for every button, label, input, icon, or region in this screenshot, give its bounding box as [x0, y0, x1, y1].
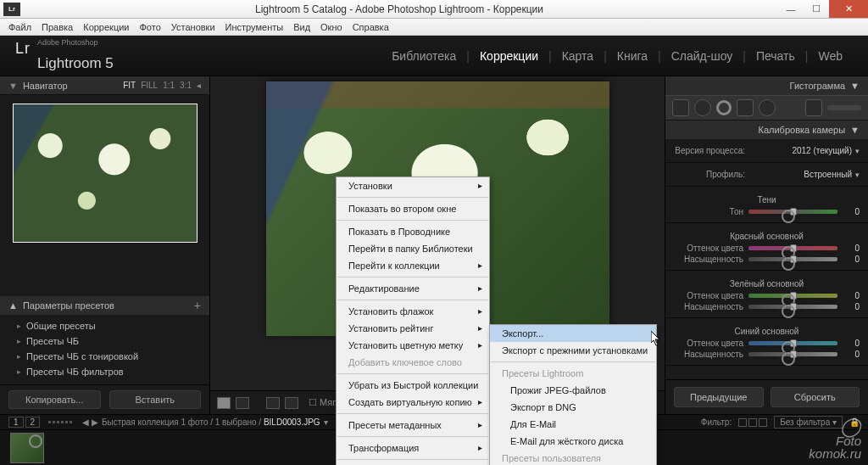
- menu-item[interactable]: Экспорт в DNG: [490, 399, 656, 416]
- paste-button[interactable]: Вставить: [109, 390, 202, 409]
- preset-folder[interactable]: Пресеты ЧБ: [0, 333, 209, 349]
- menu-item[interactable]: Экспорт с прежними установками: [490, 342, 656, 359]
- preset-folder[interactable]: Пресеты ЧБ с тонировкой: [0, 349, 209, 364]
- menu-item[interactable]: Пресеты метаданных▸: [337, 417, 489, 434]
- loupe-view-icon[interactable]: [217, 397, 231, 409]
- menu-item[interactable]: Показать во втором окне: [337, 200, 489, 217]
- filmstrip-thumbnail[interactable]: [10, 433, 44, 463]
- menu-item: Пресеты Lightroom: [490, 365, 656, 382]
- menu-установки[interactable]: Установки: [166, 22, 220, 32]
- menu-инструменты[interactable]: Инструменты: [220, 22, 289, 32]
- menu-файл[interactable]: Файл: [3, 22, 36, 32]
- minimize-button[interactable]: —: [778, 0, 804, 18]
- disclosure-triangle-icon: ▼: [8, 81, 18, 91]
- preset-folder[interactable]: Общие пресеты: [0, 318, 209, 333]
- camera-calibration-header[interactable]: Калибровка камеры ▼: [665, 120, 868, 139]
- menu-item[interactable]: Трансформация▸: [337, 440, 489, 457]
- navigator-preview[interactable]: [13, 104, 198, 243]
- menu-правка[interactable]: Правка: [36, 22, 78, 32]
- module-2[interactable]: Карта: [552, 49, 604, 63]
- compare-view-icon[interactable]: [236, 397, 249, 409]
- menu-item[interactable]: Перейти в папку Библиотеки: [337, 240, 489, 257]
- adjustment-brush-icon[interactable]: [805, 99, 822, 116]
- flag-filter-icons[interactable]: [738, 418, 767, 427]
- spot-removal-icon[interactable]: [694, 99, 711, 116]
- add-preset-icon[interactable]: +: [194, 299, 201, 312]
- menu-item[interactable]: E-Mail для жёсткого диска: [490, 433, 656, 450]
- menu-item[interactable]: Установки▸: [337, 177, 489, 194]
- close-button[interactable]: ✕: [829, 0, 868, 18]
- navigator-zoom-options[interactable]: FITFILL1:13:1◂: [123, 81, 201, 90]
- filter-lock-icon[interactable]: 🔒: [849, 417, 860, 427]
- copy-button[interactable]: Копировать...: [8, 390, 101, 409]
- menu-справка[interactable]: Справка: [348, 22, 394, 32]
- redeye-tool-icon[interactable]: [716, 100, 732, 115]
- menu-item: Добавить ключевое слово: [337, 354, 489, 371]
- red-hue-slider[interactable]: Оттенок цвета0: [674, 243, 860, 254]
- menu-вид[interactable]: Вид: [288, 22, 315, 32]
- app-logo: Lr Adobe Photoshop Lightroom 5: [15, 40, 114, 72]
- export-submenu[interactable]: Экспорт...Экспорт с прежними установками…: [489, 324, 657, 465]
- crop-tool-icon[interactable]: [672, 99, 689, 116]
- red-sat-slider[interactable]: Насыщенность0: [674, 254, 860, 265]
- blue-primary-subhead: Синий основной: [674, 323, 860, 338]
- brush-size-slider[interactable]: [827, 105, 861, 110]
- module-1[interactable]: Коррекции: [470, 49, 548, 63]
- filter-dropdown[interactable]: Без фильтра ▾: [774, 416, 843, 429]
- menu-item[interactable]: Экспорт...: [490, 325, 656, 342]
- menu-item[interactable]: Убрать из Быстрой коллекции: [337, 377, 489, 394]
- profile-row[interactable]: Профиль:Встроенный▾: [674, 168, 860, 181]
- menu-item[interactable]: Установить рейтинг▸: [337, 320, 489, 337]
- menu-item[interactable]: Редактирование▸: [337, 280, 489, 297]
- green-hue-slider[interactable]: Оттенок цвета0: [674, 290, 860, 301]
- presets-panel-header[interactable]: ▲ Параметры пресетов +: [0, 296, 209, 315]
- menu-item[interactable]: Перейти к коллекции▸: [337, 257, 489, 274]
- before-after-split-icon[interactable]: [285, 397, 298, 409]
- collection-name: Быстрая коллекция: [102, 417, 179, 427]
- maximize-button[interactable]: ☐: [804, 0, 829, 18]
- blue-sat-slider[interactable]: Насыщенность0: [674, 349, 860, 360]
- red-primary-subhead: Красный основной: [674, 228, 860, 243]
- module-6[interactable]: Web: [808, 49, 853, 63]
- reset-button[interactable]: Сбросить: [771, 387, 860, 407]
- radial-filter-icon[interactable]: [759, 99, 776, 116]
- histogram-panel-header[interactable]: Гистограмма ▼: [665, 76, 868, 95]
- module-3[interactable]: Книга: [607, 49, 658, 63]
- context-menu[interactable]: Установки▸Показать во втором окнеПоказат…: [336, 176, 490, 465]
- window-titlebar: Lr Lightroom 5 Catalog - Adobe Photoshop…: [0, 0, 868, 19]
- menu-item: Пресеты пользователя: [490, 450, 656, 465]
- menu-коррекции[interactable]: Коррекции: [78, 22, 134, 32]
- photo-count: 1 фото /: [181, 417, 214, 427]
- menu-item[interactable]: Показать в Проводнике: [337, 223, 489, 240]
- zoom-FILL[interactable]: FILL: [141, 81, 158, 90]
- zoom-more-icon[interactable]: ◂: [197, 81, 201, 90]
- menu-item[interactable]: Установить цветную метку▸: [337, 337, 489, 354]
- menu-item[interactable]: Создать виртуальную копию▸: [337, 394, 489, 411]
- menu-item[interactable]: Для E-Mail: [490, 416, 656, 433]
- previous-button[interactable]: Предыдущие: [674, 387, 764, 407]
- process-version-row[interactable]: Версия процесса:2012 (текущий)▾: [674, 144, 860, 157]
- module-5[interactable]: Печать: [746, 49, 805, 63]
- screen-1-button[interactable]: 1: [8, 417, 24, 428]
- zoom-1:1[interactable]: 1:1: [163, 81, 175, 90]
- zoom-3:1[interactable]: 3:1: [180, 81, 192, 90]
- menu-item[interactable]: Установить флажок▸: [337, 303, 489, 320]
- menu-окно[interactable]: Окно: [315, 22, 348, 32]
- graduated-filter-icon[interactable]: [737, 99, 754, 116]
- before-after-icon[interactable]: [266, 397, 280, 409]
- preset-folder[interactable]: Пресеты ЧБ фильтров: [0, 364, 209, 379]
- logo-mark: Lr: [15, 40, 31, 58]
- green-sat-slider[interactable]: Насыщенность0: [674, 301, 860, 312]
- screen-2-button[interactable]: 2: [25, 417, 41, 428]
- module-4[interactable]: Слайд-шоу: [661, 49, 743, 63]
- navigator-panel-header[interactable]: ▼ Навигатор FITFILL1:13:1◂: [0, 76, 209, 95]
- histogram-label: Гистограмма: [790, 81, 846, 91]
- zoom-FIT[interactable]: FIT: [123, 81, 136, 90]
- module-0[interactable]: Библиотека: [381, 49, 466, 63]
- grid-icon[interactable]: [48, 421, 72, 423]
- menu-item[interactable]: Прожиг JPEG-файлов: [490, 382, 656, 399]
- disclosure-triangle-icon: ▼: [850, 125, 860, 135]
- tone-slider[interactable]: Тон0: [674, 206, 860, 217]
- menu-фото[interactable]: Фото: [135, 22, 166, 32]
- blue-hue-slider[interactable]: Оттенок цвета0: [674, 338, 860, 349]
